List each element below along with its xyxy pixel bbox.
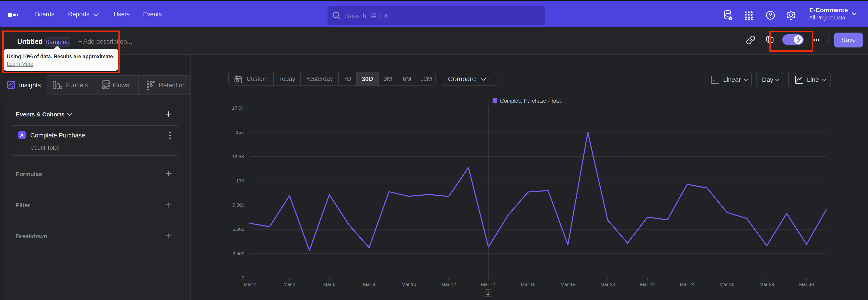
svg-text:Mar 20: Mar 20 xyxy=(600,282,615,287)
svg-text:12.5K: 12.5K xyxy=(232,154,244,159)
svg-text:Mar 16: Mar 16 xyxy=(521,282,535,287)
svg-text:15K: 15K xyxy=(236,129,244,135)
svg-text:Mar 18: Mar 18 xyxy=(561,282,575,287)
svg-text:Mar 6: Mar 6 xyxy=(323,282,336,287)
svg-text:Mar 26: Mar 26 xyxy=(720,282,735,287)
svg-text:17.5K: 17.5K xyxy=(232,106,244,111)
svg-text:Mar 2: Mar 2 xyxy=(244,282,256,287)
svg-text:Mar 10: Mar 10 xyxy=(401,282,416,287)
svg-text:Mar 4: Mar 4 xyxy=(283,282,296,287)
svg-text:7,500: 7,500 xyxy=(232,202,244,208)
svg-text:5,000: 5,000 xyxy=(232,227,244,232)
svg-text:Mar 28: Mar 28 xyxy=(759,282,774,287)
svg-text:Mar 22: Mar 22 xyxy=(640,282,655,287)
svg-text:Mar 14: Mar 14 xyxy=(481,282,496,287)
svg-text:Mar 12: Mar 12 xyxy=(441,282,456,287)
svg-text:10K: 10K xyxy=(236,178,244,183)
svg-text:2,500: 2,500 xyxy=(232,251,244,256)
svg-text:Mar 30: Mar 30 xyxy=(799,282,814,287)
svg-text:Mar 8: Mar 8 xyxy=(363,282,375,287)
svg-text:0: 0 xyxy=(242,275,244,280)
svg-text:Mar 24: Mar 24 xyxy=(680,282,695,287)
